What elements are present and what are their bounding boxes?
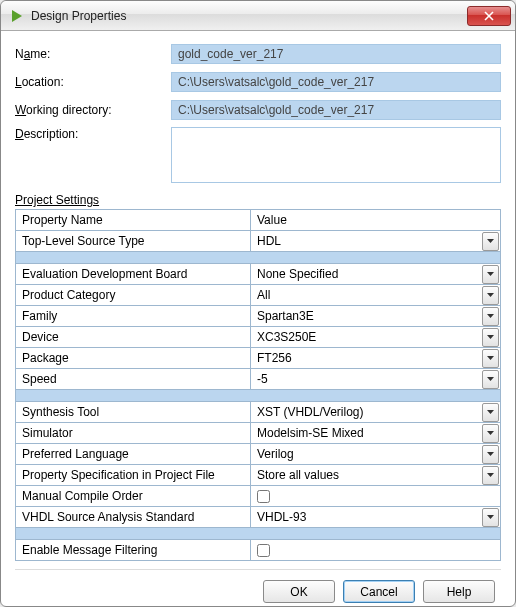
- description-field[interactable]: [171, 127, 501, 183]
- value-cell[interactable]: Spartan3E: [251, 306, 500, 326]
- svg-marker-4: [487, 272, 494, 276]
- prop-name: Family: [16, 306, 251, 327]
- dropdown-button[interactable]: [482, 307, 499, 326]
- prop-name: Product Category: [16, 285, 251, 306]
- app-icon: [9, 8, 25, 24]
- value-cell[interactable]: All: [251, 285, 500, 305]
- chevron-down-icon: [487, 431, 494, 435]
- description-row: Description:: [15, 127, 501, 183]
- dialog-content: Name: Location: Working directory: Descr…: [1, 31, 515, 607]
- dropdown-button[interactable]: [482, 466, 499, 485]
- chevron-down-icon: [487, 377, 494, 381]
- window-title: Design Properties: [31, 9, 467, 23]
- chevron-down-icon: [487, 473, 494, 477]
- value-text: VHDL-93: [251, 510, 482, 524]
- value-cell: [251, 540, 500, 560]
- ok-button[interactable]: OK: [263, 580, 335, 603]
- dropdown-button[interactable]: [482, 328, 499, 347]
- value-text: Verilog: [251, 447, 482, 461]
- row-enable-message-filtering: Enable Message Filtering: [16, 540, 501, 561]
- row-speed: Speed -5: [16, 369, 501, 390]
- chevron-down-icon: [487, 452, 494, 456]
- row-package: Package FT256: [16, 348, 501, 369]
- chevron-down-icon: [487, 335, 494, 339]
- dropdown-button[interactable]: [482, 424, 499, 443]
- row-product-category: Product Category All: [16, 285, 501, 306]
- value-text: XST (VHDL/Verilog): [251, 405, 482, 419]
- dropdown-button[interactable]: [482, 232, 499, 251]
- chevron-down-icon: [487, 272, 494, 276]
- row-device: Device XC3S250E: [16, 327, 501, 348]
- description-label: Description:: [15, 127, 171, 141]
- chevron-down-icon: [487, 239, 494, 243]
- value-text: XC3S250E: [251, 330, 482, 344]
- value-cell[interactable]: Store all values: [251, 465, 500, 485]
- value-cell[interactable]: XC3S250E: [251, 327, 500, 347]
- cancel-button[interactable]: Cancel: [343, 580, 415, 603]
- message-filtering-checkbox[interactable]: [257, 544, 270, 557]
- dropdown-button[interactable]: [482, 403, 499, 422]
- row-simulator: Simulator Modelsim-SE Mixed: [16, 423, 501, 444]
- name-field[interactable]: [171, 44, 501, 64]
- value-cell: [251, 486, 500, 506]
- prop-name: Property Specification in Project File: [16, 465, 251, 486]
- value-cell[interactable]: XST (VHDL/Verilog): [251, 402, 500, 422]
- chevron-down-icon: [487, 314, 494, 318]
- svg-marker-8: [487, 356, 494, 360]
- name-label: Name:: [15, 47, 171, 61]
- working-directory-label: Working directory:: [15, 103, 171, 117]
- project-settings-table: Property Name Value Top-Level Source Typ…: [15, 209, 501, 561]
- chevron-down-icon: [487, 356, 494, 360]
- value-cell[interactable]: None Specified: [251, 264, 500, 284]
- value-cell[interactable]: HDL: [251, 231, 500, 251]
- close-button[interactable]: [467, 6, 511, 26]
- svg-marker-7: [487, 335, 494, 339]
- help-button[interactable]: Help: [423, 580, 495, 603]
- svg-marker-10: [487, 410, 494, 414]
- dropdown-button[interactable]: [482, 370, 499, 389]
- dropdown-button[interactable]: [482, 265, 499, 284]
- dropdown-button[interactable]: [482, 445, 499, 464]
- prop-name: Package: [16, 348, 251, 369]
- value-cell[interactable]: Modelsim-SE Mixed: [251, 423, 500, 443]
- location-field[interactable]: [171, 72, 501, 92]
- col-property-name: Property Name: [16, 210, 251, 231]
- titlebar: Design Properties: [1, 1, 515, 31]
- col-value: Value: [251, 210, 501, 231]
- prop-name: Simulator: [16, 423, 251, 444]
- name-row: Name:: [15, 43, 501, 65]
- prop-name: Synthesis Tool: [16, 402, 251, 423]
- location-row: Location:: [15, 71, 501, 93]
- svg-marker-14: [487, 515, 494, 519]
- prop-name: VHDL Source Analysis Standard: [16, 507, 251, 528]
- value-text: None Specified: [251, 267, 482, 281]
- dropdown-button[interactable]: [482, 508, 499, 527]
- svg-marker-3: [487, 239, 494, 243]
- value-text: Store all values: [251, 468, 482, 482]
- value-cell[interactable]: FT256: [251, 348, 500, 368]
- chevron-down-icon: [487, 293, 494, 297]
- svg-marker-12: [487, 452, 494, 456]
- project-settings-label: Project Settings: [15, 193, 501, 207]
- prop-name: Manual Compile Order: [16, 486, 251, 507]
- working-directory-field[interactable]: [171, 100, 501, 120]
- svg-marker-9: [487, 377, 494, 381]
- manual-compile-checkbox[interactable]: [257, 490, 270, 503]
- value-cell[interactable]: -5: [251, 369, 500, 389]
- dropdown-button[interactable]: [482, 349, 499, 368]
- dropdown-button[interactable]: [482, 286, 499, 305]
- value-cell[interactable]: Verilog: [251, 444, 500, 464]
- prop-name: Enable Message Filtering: [16, 540, 251, 561]
- svg-marker-0: [12, 10, 22, 22]
- spacer-row: [16, 390, 501, 402]
- svg-marker-5: [487, 293, 494, 297]
- value-cell[interactable]: VHDL-93: [251, 507, 500, 527]
- row-manual-compile-order: Manual Compile Order: [16, 486, 501, 507]
- svg-marker-13: [487, 473, 494, 477]
- value-text: Modelsim-SE Mixed: [251, 426, 482, 440]
- row-top-level-source-type: Top-Level Source Type HDL: [16, 231, 501, 252]
- close-icon: [484, 11, 494, 21]
- svg-marker-6: [487, 314, 494, 318]
- table-header-row: Property Name Value: [16, 210, 501, 231]
- value-text: All: [251, 288, 482, 302]
